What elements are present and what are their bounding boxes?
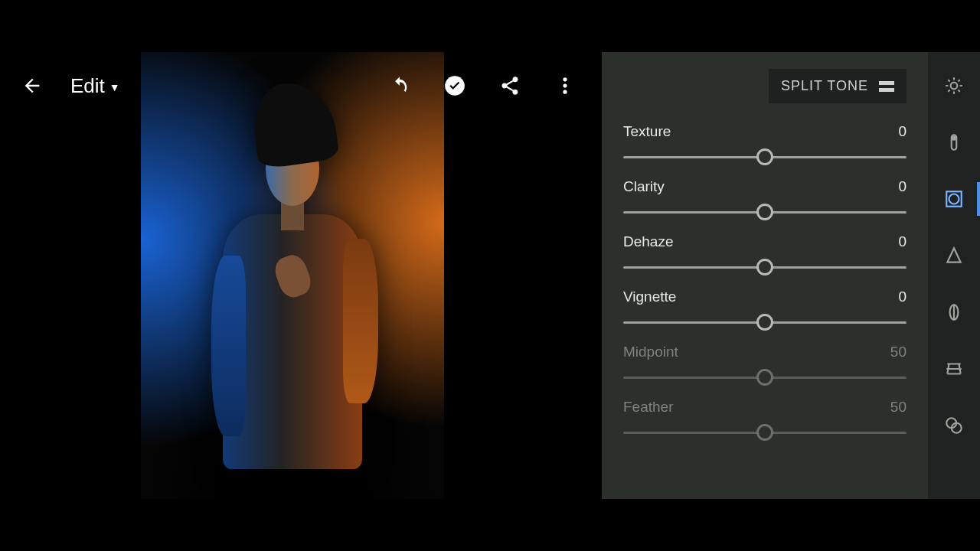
check-circle-icon — [444, 75, 466, 96]
slider-texture: Texture0 — [623, 123, 906, 163]
slider-label: Dehaze — [623, 233, 674, 250]
slider-value: 0 — [898, 123, 906, 140]
slider-track[interactable] — [623, 261, 906, 273]
overflow-menu-button[interactable] — [548, 69, 582, 103]
undo-icon — [389, 75, 410, 96]
mode-dropdown[interactable]: Edit ▼ — [70, 74, 120, 98]
color-icon — [944, 132, 964, 152]
color-tool[interactable] — [942, 130, 966, 155]
subject-silhouette — [195, 74, 389, 485]
share-icon — [499, 75, 521, 96]
svg-point-8 — [949, 194, 959, 204]
presets-tool[interactable] — [942, 413, 966, 438]
light-icon — [944, 76, 964, 96]
svg-point-4 — [951, 83, 958, 90]
slider-label: Midpoint — [623, 344, 678, 360]
slider-midpoint: Midpoint50 — [623, 344, 906, 383]
slider-vignette: Vignette0 — [623, 289, 906, 328]
geometry-icon — [944, 359, 964, 379]
more-vert-icon — [554, 75, 576, 96]
slider-dehaze: Dehaze0 — [623, 233, 906, 273]
slider-knob[interactable] — [756, 314, 773, 331]
slider-value: 50 — [890, 399, 906, 416]
slider-feather: Feather50 — [623, 399, 906, 439]
slider-label: Feather — [623, 399, 673, 416]
image-preview[interactable] — [141, 52, 444, 499]
share-button[interactable] — [493, 69, 527, 103]
slider-track[interactable] — [623, 151, 906, 163]
accept-button[interactable] — [438, 69, 472, 103]
slider-label: Vignette — [623, 289, 676, 305]
split-tone-icon — [879, 81, 894, 92]
presets-icon — [944, 416, 964, 435]
slider-knob[interactable] — [756, 204, 773, 220]
light-tool[interactable] — [942, 73, 966, 98]
slider-track[interactable] — [623, 426, 906, 439]
slider-value: 50 — [890, 344, 906, 360]
optics-icon — [944, 302, 964, 322]
slider-knob[interactable] — [756, 148, 773, 165]
slider-value: 0 — [898, 178, 906, 195]
slider-knob[interactable] — [756, 424, 773, 441]
slider-value: 0 — [898, 233, 906, 250]
effects-tool[interactable] — [942, 187, 966, 211]
slider-knob[interactable] — [756, 369, 773, 386]
arrow-left-icon — [21, 75, 43, 96]
tool-rail — [928, 52, 980, 499]
split-tone-button[interactable]: SPLIT TONE — [769, 69, 906, 103]
slider-value: 0 — [898, 289, 906, 305]
effects-icon — [944, 189, 964, 209]
slider-knob[interactable] — [756, 259, 773, 276]
split-tone-label: SPLIT TONE — [781, 78, 868, 94]
mode-label: Edit — [70, 74, 105, 98]
optics-tool[interactable] — [942, 300, 966, 324]
detail-tool[interactable] — [942, 243, 966, 268]
detail-icon — [944, 246, 964, 266]
slider-track[interactable] — [623, 206, 906, 218]
chevron-down-icon: ▼ — [109, 81, 120, 93]
slider-clarity: Clarity0 — [623, 178, 906, 218]
slider-label: Clarity — [623, 178, 665, 195]
slider-track[interactable] — [623, 371, 906, 383]
back-button[interactable] — [15, 69, 49, 103]
effects-panel: SPLIT TONE Texture0Clarity0Dehaze0Vignet… — [602, 52, 928, 499]
slider-track[interactable] — [623, 316, 906, 328]
svg-point-6 — [952, 136, 956, 139]
svg-point-2 — [563, 83, 567, 87]
svg-point-1 — [563, 77, 567, 81]
svg-point-3 — [563, 90, 567, 94]
slider-label: Texture — [623, 123, 671, 140]
undo-button[interactable] — [383, 69, 416, 103]
geometry-tool[interactable] — [942, 357, 966, 381]
